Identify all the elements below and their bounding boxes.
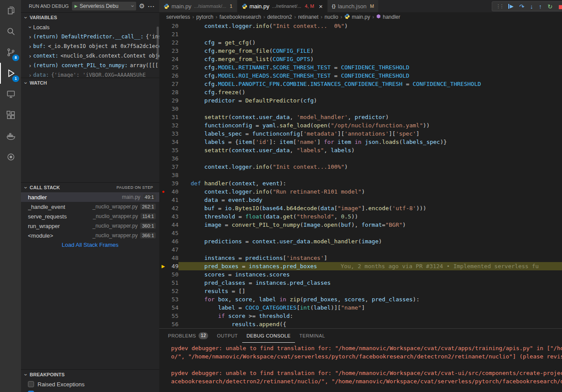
- code-line[interactable]: 56 results.append({: [159, 320, 562, 328]
- code-line[interactable]: 32 functionconfig = yaml.safe_load(open(…: [159, 121, 562, 130]
- checkbox[interactable]: [28, 381, 34, 387]
- variables-scrollbar[interactable]: [157, 27, 159, 60]
- code-line[interactable]: 31 setattr(context.user_data, 'model_han…: [159, 113, 562, 121]
- step-over-icon[interactable]: ↷: [519, 3, 524, 10]
- breakpoint-row[interactable]: ✓Uncaught Exceptions: [21, 389, 159, 392]
- code-line[interactable]: 30: [159, 105, 562, 113]
- code-line[interactable]: 29 predictor = DefaultPredictor(cfg): [159, 96, 562, 105]
- variables-section-header[interactable]: › VARIABLES: [21, 13, 159, 22]
- breadcrumb-item[interactable]: retinanet: [298, 14, 319, 20]
- code-line[interactable]: 35 setattr(context.user_data, "labels", …: [159, 146, 562, 154]
- more-actions-icon[interactable]: ···: [148, 3, 155, 10]
- current-line-arrow-icon[interactable]: ▶: [159, 262, 167, 270]
- breadcrumb-item[interactable]: main.py: [344, 14, 370, 20]
- step-into-icon[interactable]: ↓: [530, 3, 533, 10]
- breakpoint-row[interactable]: Raised Exceptions: [21, 379, 159, 389]
- run-and-debug-icon[interactable]: 1: [0, 63, 21, 84]
- explorer-icon[interactable]: [0, 0, 21, 21]
- variable-row[interactable]: ›data:{'image': 'iVBOR.OXG=AAAANSUhE: [21, 70, 159, 78]
- code-text: [178, 171, 562, 179]
- extensions-icon[interactable]: [0, 105, 21, 126]
- stack-frame-row[interactable]: handlermain.py49:1: [21, 192, 159, 202]
- line-number: 42: [167, 204, 178, 212]
- breadcrumb-item[interactable]: handler: [376, 14, 400, 20]
- remote-explorer-icon[interactable]: [0, 84, 21, 105]
- code-line[interactable]: 22 cfg = get_cfg(): [159, 38, 562, 47]
- tab-path-detail: .../retinanet/...: [272, 3, 301, 9]
- continue-icon[interactable]: ▶: [508, 4, 513, 9]
- breadcrumb-item[interactable]: facebookresearch: [219, 14, 261, 20]
- locals-scope-row[interactable]: ›Locals: [21, 22, 159, 32]
- restart-icon[interactable]: ↻: [548, 3, 553, 10]
- editor-tab[interactable]: main.py.../retinanet/...4, M×: [237, 0, 328, 12]
- variable-row[interactable]: ›context:<nuclio_sdk.context.Context obj…: [21, 51, 159, 61]
- code-line[interactable]: 50 scores = instances.scores: [159, 270, 562, 279]
- code-line[interactable]: 39def handler(context, event):: [159, 179, 562, 187]
- breadcrumb-item[interactable]: nuclio: [325, 14, 338, 20]
- stop-icon[interactable]: ◼: [558, 3, 562, 10]
- editor-tab[interactable]: main.py.../siammask/...1: [159, 0, 237, 12]
- code-line[interactable]: 33 labels_spec = functionconfig['metadat…: [159, 130, 562, 138]
- code-line[interactable]: 28 cfg.freeze(): [159, 88, 562, 96]
- code-line[interactable]: 45: [159, 229, 562, 237]
- code-line[interactable]: 51 pred_classes = instances.pred_classes: [159, 279, 562, 287]
- breadcrumb-item[interactable]: pytorch: [196, 14, 213, 20]
- editor-tab[interactable]: {}launch.jsonM: [328, 0, 379, 12]
- watch-section-header[interactable]: › WATCH: [21, 78, 159, 88]
- code-line[interactable]: ●40 context.logger.info("Run retinanet-R…: [159, 187, 562, 196]
- stack-frame-row[interactable]: _handle_event_nuclio_wrapper.py262:1: [21, 202, 159, 211]
- code-line[interactable]: 20 context.logger.info("Init context... …: [159, 22, 562, 30]
- load-all-stack-frames-link[interactable]: Load All Stack Frames: [21, 240, 159, 250]
- code-line[interactable]: 37 context.logger.info("Init context...1…: [159, 163, 562, 171]
- source-control-icon[interactable]: 8: [0, 42, 21, 63]
- code-line[interactable]: 52 results = []: [159, 287, 562, 295]
- code-line[interactable]: 36: [159, 154, 562, 163]
- variable-row[interactable]: ›(return) convert_PIL_to_numpy:array([[[…: [21, 61, 159, 70]
- code-line[interactable]: 38: [159, 171, 562, 179]
- code-line[interactable]: 41 data = event.body: [159, 196, 562, 204]
- close-icon[interactable]: ×: [319, 3, 323, 10]
- breadcrumb-item[interactable]: serverless: [166, 14, 190, 20]
- panel-tab[interactable]: TERMINAL: [295, 329, 329, 343]
- code-line[interactable]: 55 if score >= threshold:: [159, 312, 562, 320]
- panel-tab[interactable]: PROBLEMS12: [164, 329, 212, 343]
- docker-icon[interactable]: [0, 126, 21, 147]
- code-line[interactable]: ▶49 pred_boxes = instances.pred_boxesYou…: [159, 262, 562, 270]
- breakpoint-icon[interactable]: ●: [159, 187, 167, 196]
- connections-icon[interactable]: [0, 147, 21, 167]
- glyph-margin: [159, 80, 167, 88]
- step-out-icon[interactable]: ↑: [539, 3, 542, 10]
- breakpoints-section-header[interactable]: › BREAKPOINTS: [21, 370, 159, 379]
- code-line[interactable]: 44 image = convert_PIL_to_numpy(Image.op…: [159, 221, 562, 229]
- stack-frame-row[interactable]: serve_requests_nuclio_wrapper.py114:1: [21, 211, 159, 221]
- debug-console-output[interactable]: pydev debugger: unable to find translati…: [159, 343, 562, 392]
- panel-tab[interactable]: OUTPUT: [212, 329, 242, 343]
- code-line[interactable]: 26 cfg.MODEL.ROI_HEADS.SCORE_THRESH_TEST…: [159, 72, 562, 80]
- code-line[interactable]: 46 predictions = context.user_data.model…: [159, 237, 562, 245]
- call-stack-section-header[interactable]: › CALL STACK PAUSED ON STEP: [21, 183, 159, 192]
- start-debugging-icon[interactable]: ▶: [75, 4, 78, 8]
- code-line[interactable]: 34 labels = {item['id']: item['name'] fo…: [159, 138, 562, 146]
- debug-config-dropdown[interactable]: ▶ Serverless Debu ›: [72, 2, 136, 10]
- code-line[interactable]: 21: [159, 30, 562, 38]
- code-line[interactable]: 43 threshold = float(data.get("threshold…: [159, 212, 562, 221]
- search-icon[interactable]: [0, 21, 21, 42]
- panel-tab[interactable]: DEBUG CONSOLE: [242, 329, 295, 343]
- code-line[interactable]: 54 label = COCO_CATEGORIES[int(label)]["…: [159, 303, 562, 312]
- toolbar-drag-handle-icon[interactable]: ⋮⋮: [496, 4, 503, 9]
- code-line[interactable]: 47: [159, 245, 562, 254]
- code-line[interactable]: 25 cfg.MODEL.RETINANET.SCORE_THRESH_TEST…: [159, 63, 562, 72]
- code-line[interactable]: 23 cfg.merge_from_file(CONFIG_FILE): [159, 47, 562, 55]
- code-line[interactable]: 27 cfg.MODEL.PANOPTIC_FPN.COMBINE.INSTAN…: [159, 80, 562, 88]
- code-line[interactable]: 48 instances = predictions['instances']: [159, 254, 562, 262]
- stack-frame-row[interactable]: run_wrapper_nuclio_wrapper.py360:1: [21, 221, 159, 231]
- code-line[interactable]: 42 buf = io.BytesIO(base64.b64decode(dat…: [159, 204, 562, 212]
- code-line[interactable]: 24 cfg.merge_from_list(CONFIG_OPTS): [159, 55, 562, 63]
- stack-frame-row[interactable]: <module>_nuclio_wrapper.py366:1: [21, 231, 159, 240]
- variable-row[interactable]: ›buf:<_io.BytesIO object at 0x7f5a2dc1ec…: [21, 41, 159, 51]
- breadcrumb-item[interactable]: detectron2: [267, 14, 292, 20]
- gear-icon[interactable]: ⚙: [139, 2, 145, 10]
- code-line[interactable]: 53 for box, score, label in zip(pred_box…: [159, 295, 562, 303]
- variable-row[interactable]: ›(return) DefaultPredictor.__call__:{'in…: [21, 32, 159, 41]
- code-editor[interactable]: 20 context.logger.info("Init context... …: [159, 22, 562, 328]
